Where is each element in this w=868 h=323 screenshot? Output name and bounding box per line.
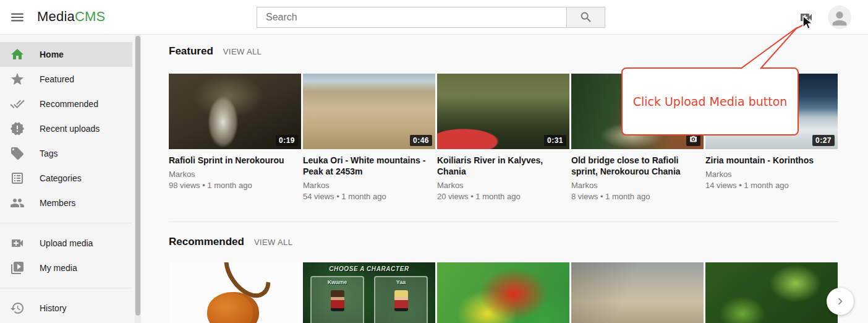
chevron-right-icon: [833, 295, 847, 308]
character-sprite: [331, 290, 344, 311]
character-panel: YaaSelect: [374, 276, 428, 323]
history-icon: [10, 301, 25, 316]
character-name: Yaa: [375, 279, 427, 285]
video-card[interactable]: 0:31Koiliaris River in Kalyves, ChaniaMa…: [437, 74, 569, 202]
duration-badge: 0:46: [410, 135, 432, 146]
sidebar-item-my-media[interactable]: My media: [0, 256, 132, 280]
sidebar-item-recent-uploads[interactable]: Recent uploads: [0, 116, 132, 141]
sidebar-item-history[interactable]: History: [0, 296, 132, 321]
video-author[interactable]: Markos: [169, 169, 301, 180]
categories-icon: [10, 171, 25, 186]
search-button[interactable]: [566, 7, 605, 28]
character-sprite: [394, 290, 408, 311]
video-thumbnail[interactable]: [169, 262, 301, 323]
video-title[interactable]: Leuka Ori - White mountains - Peak at 24…: [303, 155, 435, 177]
video-title[interactable]: Rafioli Sprint in Nerokourou: [169, 155, 301, 166]
video-thumbnail[interactable]: 0:19: [169, 74, 301, 149]
user-avatar[interactable]: [828, 6, 851, 29]
video-title[interactable]: Ziria mountain - Korinthos: [705, 155, 838, 166]
video-thumbnail[interactable]: [705, 262, 838, 323]
sidebar-item-label: Featured: [40, 74, 74, 84]
search-icon: [579, 11, 593, 24]
video-card[interactable]: [169, 262, 301, 323]
my-media-icon: [10, 261, 25, 275]
duration-badge: 0:19: [276, 135, 298, 146]
sidebar-item-label: Recommended: [40, 99, 98, 109]
sidebar-divider: [0, 223, 132, 223]
sidebar-item-label: Members: [40, 198, 75, 208]
tag-icon: [10, 146, 25, 161]
done-all-icon: [10, 97, 25, 111]
section-title-featured: Featured: [169, 45, 213, 58]
upload-icon: [10, 236, 25, 251]
video-author[interactable]: Markos: [705, 169, 838, 180]
upload-media-button[interactable]: [797, 10, 815, 26]
sidebar-item-label: Recent uploads: [40, 124, 100, 134]
section-header: Featured VIEW ALL: [169, 45, 838, 58]
duration-badge: 0:31: [544, 135, 566, 146]
logo-cms: CMS: [75, 9, 106, 24]
sidebar-group: History: [0, 296, 135, 321]
video-title[interactable]: Old bridge close to Rafioli sprint, Nero…: [571, 155, 704, 177]
video-title[interactable]: Koiliaris River in Kalyves, Chania: [437, 155, 569, 177]
top-bar: MediaCMS: [0, 0, 868, 35]
video-author[interactable]: Markos: [303, 180, 435, 191]
section-header: Recommended VIEW ALL: [169, 236, 838, 248]
thumbnail-overlay-heading: CHOOSE A CHARACTER: [303, 265, 435, 272]
mediacms-logo[interactable]: MediaCMS: [37, 9, 105, 25]
recommended-card-row: CHOOSE A CHARACTERKwameSelectedYaaSelect: [169, 262, 838, 323]
sidebar-item-label: Upload media: [40, 238, 93, 248]
video-card[interactable]: 0:19Rafioli Sprint in NerokourouMarkos98…: [169, 74, 301, 202]
duration-badge: 0:27: [812, 135, 835, 146]
sidebar-scrollbar[interactable]: [135, 35, 141, 323]
sidebar-item-featured[interactable]: Featured: [0, 67, 132, 92]
sidebar-item-categories[interactable]: Categories: [0, 166, 132, 191]
video-card[interactable]: CHOOSE A CHARACTERKwameSelectedYaaSelect: [303, 262, 435, 323]
section-title-recommended: Recommended: [169, 236, 244, 248]
video-thumbnail[interactable]: [571, 262, 704, 323]
video-card[interactable]: [571, 262, 704, 323]
sidebar-item-recommended[interactable]: Recommended: [0, 92, 132, 116]
recommended-section: Recommended VIEW ALL CHOOSE A CHARACTERK…: [169, 222, 838, 323]
scrollbar-thumb[interactable]: [135, 36, 140, 316]
view-all-featured[interactable]: VIEW ALL: [223, 47, 262, 56]
search-input[interactable]: [257, 7, 567, 28]
video-meta: 14 views • 1 month ago: [705, 180, 838, 191]
sidebar-group: Upload mediaMy media: [0, 231, 135, 280]
person-icon: [829, 8, 850, 29]
view-all-recommended[interactable]: VIEW ALL: [254, 238, 292, 247]
video-thumbnail[interactable]: CHOOSE A CHARACTERKwameSelectedYaaSelect: [303, 262, 435, 323]
callout-text: Click Upload Media button: [633, 95, 788, 108]
sidebar-item-label: Tags: [40, 149, 58, 158]
tutorial-callout: Click Upload Media button: [621, 67, 799, 136]
sidebar-item-label: History: [40, 303, 67, 313]
sidebar-divider: [0, 288, 132, 288]
sidebar-item-home[interactable]: Home: [0, 42, 132, 67]
video-thumbnail[interactable]: 0:31: [437, 74, 569, 149]
sidebar-nav: HomeFeaturedRecommendedRecent uploadsTag…: [0, 35, 135, 321]
video-meta: 20 views • 1 month ago: [437, 191, 569, 202]
sidebar: HomeFeaturedRecommendedRecent uploadsTag…: [0, 35, 141, 323]
video-meta: 54 views • 1 month ago: [303, 191, 435, 202]
members-icon: [10, 196, 25, 210]
hamburger-menu-icon[interactable]: [9, 9, 26, 25]
sidebar-item-label: Home: [40, 50, 64, 59]
sidebar-item-upload-media[interactable]: Upload media: [0, 231, 132, 256]
video-card[interactable]: [437, 262, 569, 323]
sidebar-item-tags[interactable]: Tags: [0, 141, 132, 166]
mediacms-app: MediaCMS HomeFeaturedRecommendedRecent u…: [0, 0, 868, 323]
star-icon: [10, 72, 25, 87]
video-thumbnail[interactable]: 0:46: [303, 74, 435, 149]
logo-media: Media: [37, 9, 75, 24]
video-author[interactable]: Markos: [571, 180, 704, 191]
character-panel: KwameSelected: [310, 276, 364, 323]
video-author[interactable]: Markos: [437, 180, 569, 191]
video-thumbnail[interactable]: [437, 262, 569, 323]
home-icon: [10, 47, 25, 62]
video-meta: 8 views • 1 month ago: [571, 191, 704, 202]
carousel-next-button[interactable]: [827, 288, 854, 315]
new-releases-icon: [10, 121, 25, 136]
video-card[interactable]: 0:46Leuka Ori - White mountains - Peak a…: [303, 74, 435, 202]
sidebar-item-members[interactable]: Members: [0, 191, 132, 215]
video-card[interactable]: [705, 262, 838, 323]
